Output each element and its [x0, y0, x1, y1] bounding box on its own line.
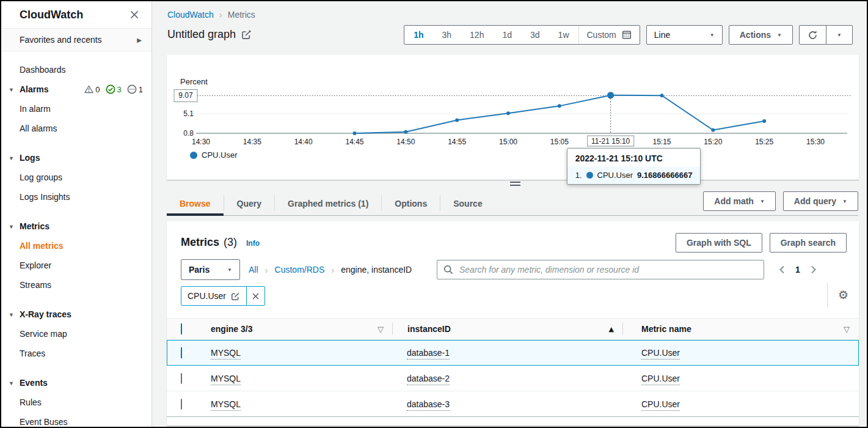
instance-id-value[interactable]: database-3: [407, 399, 450, 411]
sidebar-item-service-map[interactable]: Service map: [1, 324, 151, 344]
chart-card: Percent0.85.114:3014:3514:4014:4514:5014…: [167, 55, 859, 180]
engine-value[interactable]: MYSQL: [211, 348, 241, 360]
chevron-left-icon[interactable]: [779, 265, 785, 274]
add-query-button[interactable]: Add query ▼: [783, 191, 858, 211]
refresh-options-button[interactable]: ▼: [826, 26, 852, 44]
refresh-button[interactable]: [800, 26, 826, 44]
filter-chip-cpu-user: CPU.User: [181, 286, 265, 306]
svg-text:15:15: 15:15: [652, 138, 671, 146]
sidebar-section-alarms[interactable]: ▼ Alarms 0 3 1: [1, 79, 151, 99]
breadcrumb-separator-icon: ›: [331, 265, 334, 275]
range-1d[interactable]: 1d: [493, 26, 521, 44]
svg-text:11-21 15:10: 11-21 15:10: [591, 137, 630, 146]
tab-browse[interactable]: Browse: [167, 199, 224, 216]
sidebar-item-explorer[interactable]: Explorer: [1, 256, 151, 275]
instance-id-value[interactable]: database-1: [407, 348, 450, 360]
instance-id-value[interactable]: database-2: [407, 374, 450, 385]
metrics-count: (3): [224, 236, 237, 249]
column-header-instanceid[interactable]: instanceID ▲: [393, 319, 623, 339]
graph-search-button[interactable]: Graph search: [770, 233, 847, 253]
filter-chips: CPU.User: [181, 286, 265, 306]
edit-icon[interactable]: [241, 29, 252, 40]
metrics-header-buttons: Graph with SQL Graph search: [676, 233, 847, 253]
crumb-namespace[interactable]: Custom/RDS: [275, 265, 325, 275]
metric-name-value[interactable]: CPU.User: [641, 399, 680, 411]
sidebar-item-event-buses[interactable]: Event Buses: [1, 412, 151, 428]
range-custom-button[interactable]: Custom: [578, 26, 640, 44]
page-title: Untitled graph: [167, 28, 236, 41]
filter-icon[interactable]: ▽: [844, 325, 850, 334]
sidebar-nav: Dashboards ▼ Alarms 0 3 1: [1, 51, 151, 428]
sidebar-item-log-groups[interactable]: Log groups: [1, 168, 151, 187]
tooltip-series-row: 1. CPU.User 9.16866666667: [567, 167, 701, 184]
close-icon[interactable]: [129, 10, 139, 20]
range-12h[interactable]: 12h: [461, 26, 493, 44]
range-3d[interactable]: 3d: [521, 26, 549, 44]
table-body: MYSQL database-1 CPU.User MYSQL database…: [167, 340, 859, 417]
chevron-right-icon[interactable]: [811, 265, 817, 274]
select-all-checkbox[interactable]: [181, 323, 182, 334]
sidebar-header: CloudWatch: [1, 1, 151, 29]
column-header-engine[interactable]: engine 3/3 ▽: [196, 319, 393, 339]
svg-text:15:05: 15:05: [550, 138, 569, 146]
tab-options[interactable]: Options: [382, 199, 440, 215]
table-header-row: engine 3/3 ▽ instanceID ▲ Metric name ▽: [167, 318, 859, 340]
sidebar-item-in-alarm[interactable]: In alarm: [1, 99, 151, 119]
page-number[interactable]: 1: [795, 265, 800, 275]
chevron-down-icon: ▼: [842, 199, 847, 204]
row-checkbox[interactable]: [181, 347, 182, 358]
edit-icon[interactable]: [231, 292, 240, 301]
sort-ascending-icon[interactable]: ▲: [609, 325, 614, 333]
search-input[interactable]: [458, 264, 757, 275]
actions-button[interactable]: Actions ▼: [729, 25, 793, 45]
metric-name-value[interactable]: CPU.User: [641, 374, 680, 385]
engine-value[interactable]: MYSQL: [211, 374, 241, 385]
metrics-controls: Paris ▼ All › Custom/RDS › engine, insta…: [167, 259, 859, 280]
gear-icon[interactable]: ⚙: [838, 289, 848, 301]
sidebar-item-dashboards[interactable]: Dashboards: [1, 60, 151, 79]
column-header-metric-name[interactable]: Metric name ▽: [623, 319, 859, 339]
region-select[interactable]: Paris ▼: [181, 259, 240, 280]
sidebar-item-rules[interactable]: Rules: [1, 393, 151, 412]
sidebar-item-all-metrics[interactable]: All metrics: [1, 236, 151, 256]
sidebar-section-events[interactable]: ▼ Events: [1, 373, 151, 393]
breadcrumb-cloudwatch-link[interactable]: CloudWatch: [167, 10, 214, 20]
range-1w[interactable]: 1w: [549, 26, 578, 44]
graph-with-sql-button[interactable]: Graph with SQL: [676, 233, 762, 253]
engine-value[interactable]: MYSQL: [211, 399, 241, 411]
graph-toolbar: 1h 3h 12h 1d 3d 1w Custom Line ▼ Actions…: [404, 25, 853, 45]
row-checkbox[interactable]: [181, 399, 182, 410]
sidebar-item-favorites-and-recents[interactable]: Favorites and recents ▶: [1, 29, 151, 51]
legend-label[interactable]: CPU.User: [202, 150, 238, 160]
sidebar-section-logs[interactable]: ▼ Logs: [1, 148, 151, 168]
chevron-down-icon: ▼: [710, 32, 715, 38]
info-link[interactable]: Info: [246, 239, 260, 248]
filter-icon[interactable]: ▽: [377, 325, 384, 334]
sidebar-item-traces[interactable]: Traces: [1, 344, 151, 363]
sidebar-section-metrics[interactable]: ▼ Metrics: [1, 216, 151, 236]
sidebar-item-logs-insights[interactable]: Logs Insights: [1, 187, 151, 207]
svg-text:14:45: 14:45: [345, 138, 363, 146]
chart-type-select[interactable]: Line ▼: [646, 25, 723, 45]
metric-name-value[interactable]: CPU.User: [641, 348, 680, 360]
sidebar-item-all-alarms[interactable]: All alarms: [1, 119, 151, 138]
metrics-panel: Metrics (3) Info Graph with SQL Graph se…: [167, 221, 859, 426]
add-math-button[interactable]: Add math ▼: [703, 191, 775, 211]
range-3h[interactable]: 3h: [433, 26, 461, 44]
sidebar-section-xray-traces[interactable]: ▼ X-Ray traces: [1, 304, 151, 324]
sidebar-item-streams[interactable]: Streams: [1, 275, 151, 295]
tab-query[interactable]: Query: [224, 199, 274, 215]
crumb-all[interactable]: All: [249, 265, 258, 275]
table-row[interactable]: MYSQL database-2 CPU.User: [167, 366, 859, 391]
row-checkbox[interactable]: [181, 373, 182, 384]
tab-graphed-metrics[interactable]: Graphed metrics (1): [275, 199, 381, 215]
remove-chip-icon[interactable]: [246, 287, 264, 305]
resize-handle-icon[interactable]: [510, 182, 520, 186]
table-row[interactable]: MYSQL database-1 CPU.User: [167, 340, 859, 366]
range-1h[interactable]: 1h: [404, 26, 432, 44]
table-row[interactable]: MYSQL database-3 CPU.User: [167, 391, 859, 417]
refresh-split-button: ▼: [799, 25, 853, 45]
tab-source[interactable]: Source: [440, 199, 495, 215]
chevron-down-icon: ▼: [9, 224, 14, 230]
cpu-user-line-chart[interactable]: Percent0.85.114:3014:3514:4014:4514:5014…: [167, 55, 859, 180]
